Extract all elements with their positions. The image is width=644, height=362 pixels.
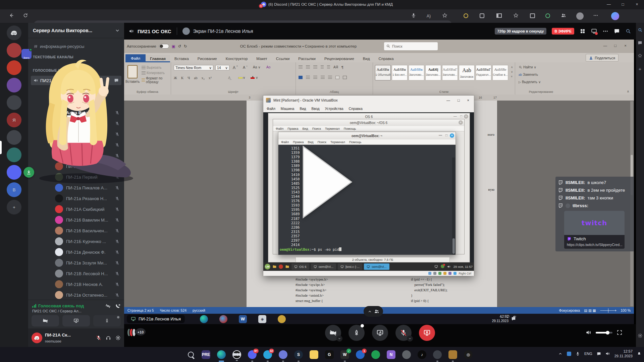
chat-username[interactable]: tlbrsss:: [573, 203, 588, 208]
member-row[interactable]: ПИ-21а Рязанов Н...: [28, 193, 124, 204]
stream-video[interactable]: Автосохранение ▣ ↺ ↻ ОС Блок5 - режим со…: [124, 40, 634, 324]
ribbon-tab[interactable]: Справка: [374, 55, 398, 62]
highlight-icon[interactable]: ∨: [238, 76, 245, 79]
member-row[interactable]: ПИ-21а Мажан Ру...: [28, 161, 124, 172]
font-effect-button[interactable]: x₂: [202, 76, 205, 80]
voice-location[interactable]: ПИ21 ОС ОКС / Сервер Ал...: [32, 309, 120, 313]
taskbar-app-icon[interactable]: [232, 350, 241, 359]
page-indicator[interactable]: Страница 2 из 5: [127, 308, 154, 312]
shield-icon[interactable]: [441, 264, 444, 269]
popout-icon[interactable]: [591, 28, 597, 35]
menu-item[interactable]: Вид: [300, 107, 306, 111]
zoom-slider[interactable]: −──┼──+: [600, 308, 616, 312]
volume-slider[interactable]: [596, 332, 612, 334]
voice-channel-name[interactable]: ПИ21 ОС ОКС: [138, 28, 171, 34]
menu-item[interactable]: Поиск: [318, 140, 326, 144]
menu-item[interactable]: Вид: [308, 140, 313, 144]
chat-username[interactable]: IISMILEII:: [566, 195, 585, 200]
member-row[interactable]: теев Д. С.: [28, 139, 124, 150]
sidebar-chat-icon[interactable]: [638, 41, 642, 45]
taskbar-app-icon[interactable]: G: [325, 350, 334, 359]
styles-down-icon[interactable]: ∨: [511, 70, 513, 73]
taskbar-app-icon[interactable]: [310, 350, 318, 359]
member-row[interactable]: ПИ-216 Васильчен...: [28, 225, 124, 236]
username[interactable]: ПИ-21А Ск...: [45, 333, 71, 338]
download-overlay-button[interactable]: [23, 167, 34, 178]
avatar[interactable]: [576, 12, 584, 20]
member-row[interactable]: ПИ-216 Вавилин М...: [28, 215, 124, 225]
member-row[interactable]: ПИ-21а Грошевой ...: [28, 129, 124, 139]
more-options-icon[interactable]: [602, 28, 608, 34]
text-channels-section[interactable]: ТЕКСТОВЫЕ КАНАЛЫ: [33, 55, 73, 59]
close-button[interactable]: ×: [630, 0, 644, 9]
minimize-button[interactable]: —: [602, 0, 616, 9]
word-minimize-icon[interactable]: —: [603, 44, 607, 48]
sidebar-settings-icon[interactable]: [638, 333, 643, 338]
menu-item[interactable]: Помощь: [349, 140, 362, 144]
browser-essentials-icon[interactable]: [545, 13, 550, 18]
member-row[interactable]: ПИ-21В Неснов А.: [28, 279, 124, 290]
member-row[interactable]: ПИ-21Б Курченко ...: [28, 236, 124, 247]
word-maximize-icon[interactable]: □: [614, 44, 616, 48]
line-spacing-icon[interactable]: [328, 76, 332, 79]
language-indicator[interactable]: русский: [193, 308, 205, 312]
shading-icon[interactable]: [335, 76, 339, 79]
extensions-icon[interactable]: [480, 13, 484, 18]
server-icon[interactable]: [7, 43, 21, 58]
member-row[interactable]: ПИ-21в Денисюк Ф.: [28, 247, 124, 257]
ribbon-tab[interactable]: Ссылки: [272, 55, 294, 62]
shopping-icon[interactable]: [464, 13, 468, 18]
text-effects-icon[interactable]: А̲: [228, 76, 230, 80]
server-icon[interactable]: [7, 147, 21, 162]
mic-muted-icon[interactable]: [96, 335, 101, 341]
defender-icon[interactable]: [567, 352, 571, 356]
screenshare-button[interactable]: [62, 315, 90, 326]
server-icon[interactable]: [7, 78, 21, 93]
font-effect-button[interactable]: ab: [194, 76, 197, 80]
taskbar-app-icon[interactable]: [279, 350, 287, 359]
maximize-button[interactable]: □: [616, 0, 630, 9]
channel-item-info[interactable]: информация-ресурсы: [31, 42, 121, 51]
format-painter-button[interactable]: Формат по образцу: [146, 76, 171, 84]
taskbar-app-icon[interactable]: S: [294, 350, 303, 359]
style-chip[interactable]: АаБбВвГ Заголово...: [442, 65, 458, 80]
files-icon[interactable]: [272, 264, 277, 269]
undo-icon[interactable]: ↺: [178, 44, 181, 49]
disconnect-button[interactable]: [419, 325, 435, 341]
voice-user-row[interactable]: ПИ-21в Ле... В ЭФИРЕ: [52, 86, 121, 97]
tray-window-icon[interactable]: [434, 265, 438, 268]
mute-button[interactable]: [395, 325, 412, 341]
member-row[interactable]: ПИ-21а Пикалов А...: [28, 182, 124, 193]
close-icon[interactable]: ×: [450, 133, 454, 138]
ribbon-tab[interactable]: Макет: [252, 55, 272, 62]
style-chip[interactable]: Aab Заголовок: [459, 65, 475, 80]
paste-button[interactable]: Вставить: [125, 80, 140, 83]
focus-mode[interactable]: Фокусировка: [559, 308, 580, 312]
ribbon-tab[interactable]: Главная: [146, 55, 170, 62]
voice-channel-item[interactable]: ПИ21 ОС ОКС: [31, 76, 121, 85]
collections-icon[interactable]: [530, 13, 535, 18]
clock[interactable]: 12:57 29.11.2023: [614, 349, 633, 358]
align-center-icon[interactable]: [306, 76, 310, 79]
server-icon[interactable]: В: [7, 182, 21, 197]
font-size-select[interactable]: 14∨: [215, 65, 229, 70]
multilevel-list-icon[interactable]: [313, 65, 317, 69]
autosave-toggle[interactable]: [159, 44, 169, 49]
volume-icon[interactable]: [586, 329, 592, 336]
redo-icon[interactable]: ↻: [184, 44, 187, 49]
indent-icon[interactable]: [327, 65, 330, 69]
noise-suppression-icon[interactable]: [105, 303, 111, 309]
menu-item[interactable]: Устройства: [325, 107, 343, 111]
member-row[interactable]: ПИ-21в Зозуля Ми...: [28, 257, 124, 268]
style-chip[interactable]: АаБбВв 1 Без инт...: [392, 65, 408, 80]
folder-icon[interactable]: [285, 264, 289, 269]
tray-chevron-icon[interactable]: [558, 352, 562, 356]
clear-format-icon[interactable]: Ао: [266, 65, 270, 69]
window-button[interactable]: OS 6: [291, 263, 309, 270]
tray-keyboard-icon[interactable]: [597, 352, 601, 356]
ribbon-tab[interactable]: Рецензирование: [320, 55, 359, 62]
vbox-maximize-icon[interactable]: □: [458, 98, 460, 102]
menu-item[interactable]: Справка: [349, 107, 363, 111]
more-menu-icon[interactable]: [593, 13, 598, 18]
menu-item[interactable]: Файл: [276, 127, 283, 130]
